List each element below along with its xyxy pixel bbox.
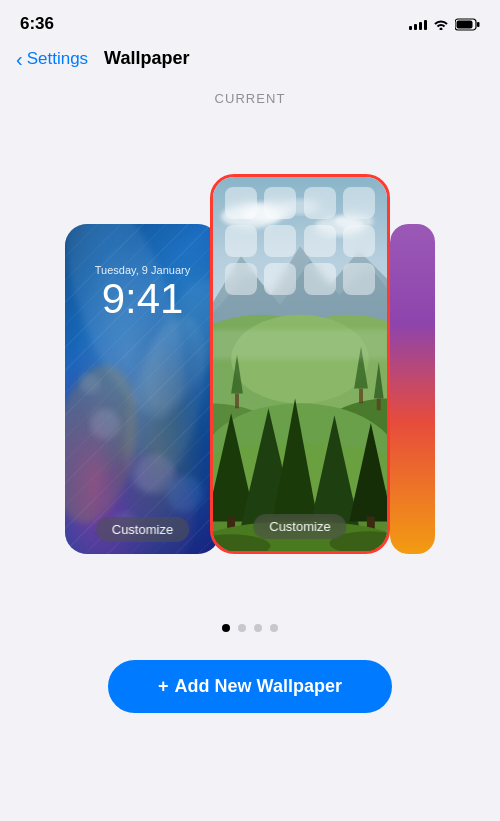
card-left[interactable]: Tuesday, 9 January 9:41 Customize xyxy=(65,224,220,554)
app-icon xyxy=(264,187,296,219)
marble-background: Tuesday, 9 January 9:41 xyxy=(65,224,220,554)
status-icons xyxy=(409,18,480,31)
app-icon xyxy=(343,263,375,295)
app-icon xyxy=(304,187,336,219)
app-icon xyxy=(304,263,336,295)
content-area: CURRENT xyxy=(0,81,500,713)
nav-bar: ‹ Settings Wallpaper xyxy=(0,40,500,81)
add-icon: + xyxy=(158,676,169,697)
app-icon-row-2 xyxy=(221,225,379,257)
app-icon xyxy=(225,225,257,257)
wifi-icon xyxy=(433,18,449,30)
app-icon-row-3 xyxy=(221,263,379,295)
app-icon xyxy=(225,263,257,295)
signal-icon xyxy=(409,18,427,30)
status-bar: 6:36 xyxy=(0,0,500,40)
page-dot-3[interactable] xyxy=(254,624,262,632)
lock-time: 9:41 xyxy=(65,276,220,322)
page-dot-2[interactable] xyxy=(238,624,246,632)
status-time: 6:36 xyxy=(20,14,54,34)
add-label: Add New Wallpaper xyxy=(175,676,342,697)
wallpaper-cards-row: Tuesday, 9 January 9:41 Customize xyxy=(0,124,500,604)
card-left-wrapper[interactable]: Tuesday, 9 January 9:41 Customize xyxy=(65,224,210,554)
page-title: Wallpaper xyxy=(104,48,189,69)
add-button-container: + Add New Wallpaper xyxy=(0,660,500,713)
svg-rect-2 xyxy=(457,20,473,28)
svg-point-11 xyxy=(167,476,203,512)
battery-icon xyxy=(455,18,480,31)
svg-point-12 xyxy=(80,374,100,394)
page-dots xyxy=(0,624,500,632)
app-icon xyxy=(225,187,257,219)
app-icon xyxy=(343,225,375,257)
svg-rect-1 xyxy=(477,22,480,27)
section-label: CURRENT xyxy=(0,91,500,106)
app-icon xyxy=(343,187,375,219)
customize-button-center[interactable]: Customize xyxy=(253,514,346,539)
card-right-wrapper[interactable] xyxy=(390,224,435,554)
page-dot-1[interactable] xyxy=(222,624,230,632)
card-center-wrapper[interactable]: Customize xyxy=(210,174,390,554)
app-icon xyxy=(264,263,296,295)
app-icon xyxy=(304,225,336,257)
lock-screen-info: Tuesday, 9 January 9:41 xyxy=(65,264,220,322)
app-icons-overlay xyxy=(213,177,387,551)
back-button[interactable]: ‹ Settings xyxy=(16,49,88,69)
chevron-left-icon: ‹ xyxy=(16,49,23,69)
svg-point-8 xyxy=(90,409,120,439)
card-right[interactable] xyxy=(390,224,435,554)
page-dot-4[interactable] xyxy=(270,624,278,632)
app-icon-row-1 xyxy=(221,187,379,219)
lock-date: Tuesday, 9 January xyxy=(65,264,220,276)
card-center[interactable]: Customize xyxy=(210,174,390,554)
back-label: Settings xyxy=(27,49,88,69)
app-icon xyxy=(264,225,296,257)
add-new-wallpaper-button[interactable]: + Add New Wallpaper xyxy=(108,660,392,713)
customize-button-left[interactable]: Customize xyxy=(96,517,189,542)
